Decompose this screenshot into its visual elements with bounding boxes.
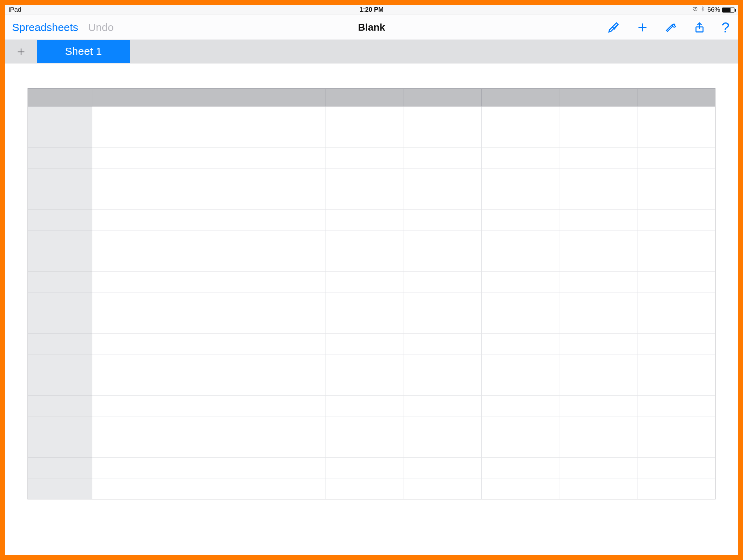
column-header[interactable] [92,89,170,107]
row-header[interactable] [28,210,92,230]
row-header[interactable] [28,292,92,313]
cell[interactable] [404,478,481,499]
cell[interactable] [92,251,170,272]
cell[interactable] [559,127,637,148]
cell[interactable] [92,292,170,313]
cell[interactable] [559,313,637,334]
row-header[interactable] [28,251,92,272]
cell[interactable] [559,416,637,437]
cell[interactable] [248,230,326,251]
cell[interactable] [404,210,481,230]
row-header[interactable] [28,396,92,416]
cell[interactable] [481,127,559,148]
cell[interactable] [92,210,170,230]
cell[interactable] [637,437,715,458]
cell[interactable] [637,396,715,416]
cell[interactable] [92,107,170,127]
cell[interactable] [404,189,481,210]
cell[interactable] [559,251,637,272]
cell[interactable] [170,148,248,168]
cell[interactable] [248,354,326,375]
cell[interactable] [481,189,559,210]
cell[interactable] [170,458,248,478]
cell[interactable] [248,292,326,313]
row-header[interactable] [28,272,92,292]
cell[interactable] [404,354,481,375]
cell[interactable] [170,396,248,416]
cell[interactable] [170,168,248,189]
cell[interactable] [248,127,326,148]
cell[interactable] [170,189,248,210]
cell[interactable] [637,375,715,396]
cell[interactable] [248,168,326,189]
sheet-tab-active[interactable]: Sheet 1 [37,40,130,63]
cell[interactable] [481,168,559,189]
format-brush-icon[interactable] [608,21,620,34]
cell[interactable] [404,168,481,189]
cell[interactable] [481,354,559,375]
cell[interactable] [326,354,404,375]
cell[interactable] [404,458,481,478]
cell[interactable] [559,230,637,251]
cell[interactable] [637,478,715,499]
cell[interactable] [92,313,170,334]
cell[interactable] [559,272,637,292]
column-header[interactable] [559,89,637,107]
row-header[interactable] [28,148,92,168]
row-header[interactable] [28,416,92,437]
cell[interactable] [481,148,559,168]
cell[interactable] [637,458,715,478]
cell[interactable] [248,189,326,210]
cell[interactable] [170,272,248,292]
cell[interactable] [404,375,481,396]
cell[interactable] [170,437,248,458]
cell[interactable] [326,375,404,396]
cell[interactable] [326,148,404,168]
cell[interactable] [481,292,559,313]
cell[interactable] [404,334,481,354]
add-sheet-button[interactable]: ＋ [5,40,37,63]
row-header[interactable] [28,168,92,189]
cell[interactable] [559,375,637,396]
cell[interactable] [248,396,326,416]
cell[interactable] [481,334,559,354]
cell[interactable] [559,189,637,210]
cell[interactable] [326,292,404,313]
cell[interactable] [559,107,637,127]
row-header[interactable] [28,437,92,458]
cell[interactable] [481,396,559,416]
cell[interactable] [92,334,170,354]
row-header[interactable] [28,478,92,499]
cell[interactable] [326,478,404,499]
cell[interactable] [404,230,481,251]
cell[interactable] [404,251,481,272]
undo-button[interactable]: Undo [88,21,114,33]
cell[interactable] [248,272,326,292]
insert-plus-icon[interactable] [636,21,649,34]
cell[interactable] [248,313,326,334]
cell[interactable] [404,437,481,458]
spreadsheet-canvas[interactable] [5,63,738,555]
cell[interactable] [170,478,248,499]
cell[interactable] [481,313,559,334]
row-header[interactable] [28,458,92,478]
row-header[interactable] [28,189,92,210]
column-header[interactable] [637,89,715,107]
cell[interactable] [92,189,170,210]
column-header[interactable] [481,89,559,107]
cell[interactable] [326,230,404,251]
cell[interactable] [326,272,404,292]
cell[interactable] [481,230,559,251]
cell[interactable] [404,313,481,334]
cell[interactable] [248,334,326,354]
tools-wrench-icon[interactable] [665,21,677,34]
cell[interactable] [481,416,559,437]
cell[interactable] [559,168,637,189]
row-header[interactable] [28,375,92,396]
row-header[interactable] [28,107,92,127]
column-header[interactable] [326,89,404,107]
cell[interactable] [637,354,715,375]
cell[interactable] [404,127,481,148]
cell[interactable] [326,458,404,478]
cell[interactable] [559,478,637,499]
